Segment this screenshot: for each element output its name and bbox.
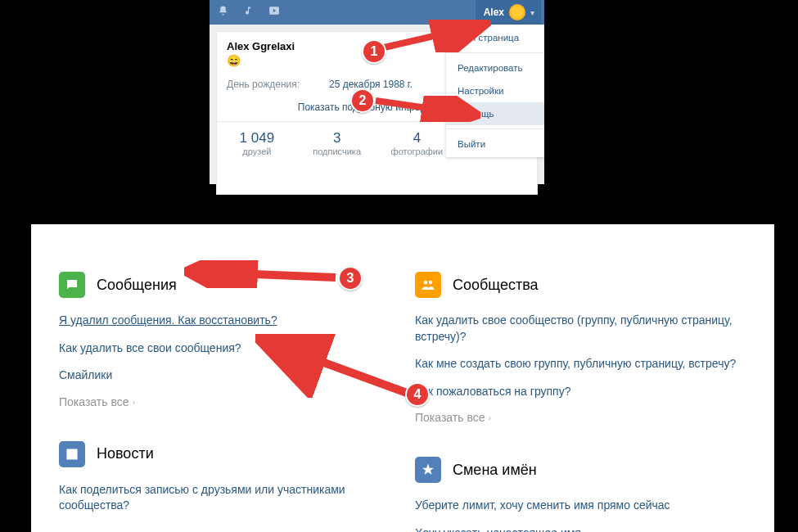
bell-icon[interactable] bbox=[218, 5, 228, 20]
chevron-down-icon: ▾ bbox=[530, 8, 534, 17]
menu-logout[interactable]: Выйти bbox=[446, 133, 544, 156]
help-link[interactable]: Я удалил сообщения. Как восстановить? bbox=[59, 313, 390, 329]
birthday-value: 25 декабря 1988 г. bbox=[329, 79, 413, 90]
help-link[interactable]: Как удалить свое сообщество (группу, пуб… bbox=[415, 313, 746, 345]
annotation-badge-3: 3 bbox=[338, 266, 363, 291]
help-title: Сообщества bbox=[453, 277, 539, 294]
stat-friends[interactable]: 1 049 друзей bbox=[217, 130, 297, 156]
svg-line-4 bbox=[376, 101, 474, 115]
help-link[interactable]: Уберите лимит, хочу сменить имя прямо се… bbox=[415, 498, 746, 514]
star-icon bbox=[415, 457, 441, 483]
svg-point-2 bbox=[429, 281, 433, 285]
birthday-label: День рождения: bbox=[227, 79, 329, 90]
annotation-arrow-2 bbox=[374, 96, 480, 122]
divider bbox=[446, 128, 544, 129]
help-link[interactable]: Как мне создать свою группу, публичную с… bbox=[415, 356, 746, 372]
show-all[interactable]: Показать все › bbox=[415, 411, 746, 424]
group-icon bbox=[415, 272, 441, 298]
help-block-names: Смена имён Уберите лимит, хочу сменить и… bbox=[415, 457, 746, 532]
annotation-arrow-3 bbox=[184, 260, 340, 288]
annotation-badge-1: 1 bbox=[362, 39, 386, 64]
annotation-badge-4: 4 bbox=[405, 382, 430, 407]
divider bbox=[446, 52, 544, 53]
chevron-right-icon: › bbox=[132, 397, 135, 407]
menu-edit[interactable]: Редактировать bbox=[446, 56, 544, 79]
annotation-badge-2: 2 bbox=[350, 88, 375, 113]
help-link[interactable]: Хочу указать ненастоящее имя bbox=[415, 525, 746, 532]
svg-line-5 bbox=[192, 272, 336, 277]
news-icon bbox=[59, 441, 85, 467]
help-block-communities: Сообщества Как удалить свое сообщество (… bbox=[415, 272, 746, 424]
username: Alex bbox=[484, 7, 504, 18]
annotation-arrow-4 bbox=[255, 334, 411, 398]
svg-point-1 bbox=[424, 281, 428, 285]
chevron-right-icon: › bbox=[488, 413, 491, 422]
help-title: Новости bbox=[97, 445, 154, 462]
annotation-arrow-1 bbox=[376, 20, 491, 52]
help-title: Сообщения bbox=[97, 277, 177, 294]
help-link[interactable]: Как поделиться записью с друзьями или уч… bbox=[59, 482, 390, 514]
help-title: Смена имён bbox=[453, 462, 537, 479]
play-icon[interactable] bbox=[268, 5, 281, 20]
svg-line-6 bbox=[264, 340, 407, 393]
svg-line-3 bbox=[381, 25, 483, 48]
help-block-news: Новости Как поделиться записью с друзьям… bbox=[59, 441, 390, 514]
avatar bbox=[509, 4, 525, 20]
stat-followers[interactable]: 3 подписчика bbox=[297, 130, 377, 156]
music-icon[interactable] bbox=[243, 5, 253, 20]
message-icon bbox=[59, 272, 85, 298]
stat-photos[interactable]: 4 фотографии bbox=[377, 130, 458, 156]
help-link[interactable]: Как пожаловаться на группу? bbox=[415, 384, 746, 400]
